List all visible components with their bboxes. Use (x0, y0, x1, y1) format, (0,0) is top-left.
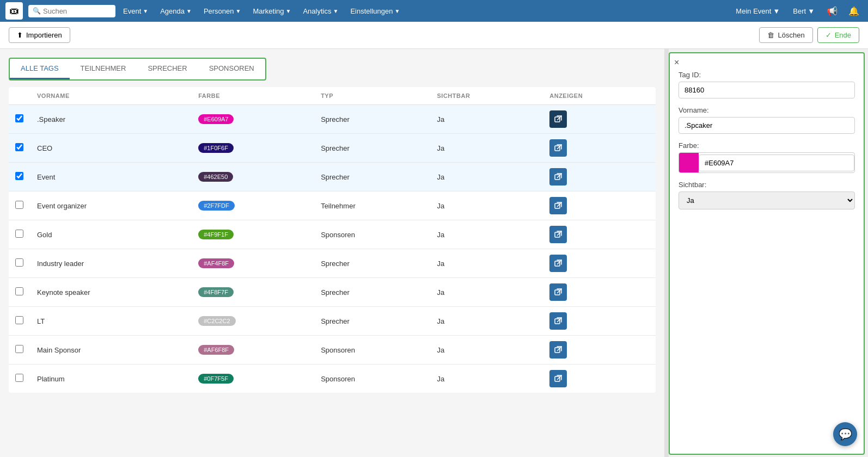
row-checkbox[interactable] (15, 287, 23, 295)
row-farbe: #E609A7 (192, 105, 314, 134)
search-input[interactable] (43, 7, 108, 15)
row-sichtbar: Ja (431, 278, 543, 307)
row-checkbox-cell (9, 105, 30, 134)
row-typ: Sprecher (314, 163, 430, 192)
row-anzeigen (543, 220, 656, 249)
row-checkbox[interactable] (15, 345, 23, 353)
row-farbe: #AF6F8F (192, 336, 314, 365)
row-anzeigen (543, 307, 656, 336)
external-link-icon (554, 260, 562, 267)
col-checkbox (9, 87, 30, 105)
sichtbar-select[interactable]: JaNein (678, 192, 855, 209)
color-swatch (679, 153, 699, 172)
table-row: Gold #4F9F1F Sponsoren Ja (9, 220, 656, 249)
nav-einstellungen[interactable]: Einstellungen ▼ (345, 4, 405, 18)
external-link-button[interactable] (549, 283, 567, 301)
row-vorname: Industry leader (30, 249, 192, 278)
tab-sponsoren[interactable]: SPONSOREN (198, 59, 265, 79)
color-input-row (678, 152, 855, 173)
sichtbar-label: Sichtbar: (678, 181, 855, 189)
tab-alle-tags[interactable]: ALLE TAGS (10, 59, 70, 79)
row-checkbox[interactable] (15, 172, 23, 180)
external-link-icon (554, 375, 562, 382)
row-farbe: #1F0F6F (192, 134, 314, 163)
external-link-button[interactable] (549, 110, 567, 128)
row-sichtbar: Ja (431, 249, 543, 278)
row-typ: Sprecher (314, 278, 430, 307)
table-row: Event #462E50 Sprecher Ja (9, 163, 656, 192)
col-vorname: VORNAME (30, 87, 192, 105)
vorname-label: Vorname: (678, 106, 855, 114)
delete-button[interactable]: 🗑 Löschen (759, 27, 812, 43)
row-farbe: #4F9F1F (192, 220, 314, 249)
farbe-input[interactable] (699, 155, 854, 171)
nav-personen[interactable]: Personen ▼ (198, 4, 247, 18)
external-link-button[interactable] (549, 168, 567, 186)
tag-id-input[interactable] (678, 82, 855, 98)
row-anzeigen (543, 105, 656, 134)
vorname-input[interactable] (678, 117, 855, 134)
row-typ: Sponsoren (314, 365, 430, 393)
row-farbe: #2F7FDF (192, 192, 314, 220)
row-anzeigen (543, 278, 656, 307)
external-link-button[interactable] (549, 312, 567, 330)
row-checkbox[interactable] (15, 316, 23, 324)
nav-agenda[interactable]: Agenda ▼ (155, 4, 197, 18)
row-sichtbar: Ja (431, 105, 543, 134)
table-row: Event organizer #2F7FDF Teilnehmer Ja (9, 192, 656, 220)
tab-sprecher[interactable]: SPRECHER (137, 59, 198, 79)
chevron-down-icon: ▼ (186, 8, 192, 14)
row-checkbox[interactable] (15, 230, 23, 238)
nav-event[interactable]: Event ▼ (118, 4, 154, 18)
tags-table: VORNAME FARBE TYP SICHTBAR ANZEIGEN .Spe… (9, 87, 656, 393)
external-link-icon (554, 173, 562, 181)
row-checkbox-cell (9, 192, 30, 220)
row-farbe: #462E50 (192, 163, 314, 192)
row-vorname: CEO (30, 134, 192, 163)
nav-bert[interactable]: Bert ▼ (788, 5, 819, 17)
nav-marketing[interactable]: Marketing ▼ (247, 4, 296, 18)
bell-icon[interactable]: 🔔 (845, 4, 863, 18)
external-link-button[interactable] (549, 255, 567, 272)
row-checkbox[interactable] (15, 374, 23, 382)
external-link-icon (554, 288, 562, 296)
chat-icon: 💬 (839, 428, 852, 441)
row-anzeigen (543, 134, 656, 163)
end-button[interactable]: ✓ Ende (817, 27, 859, 43)
row-anzeigen (543, 365, 656, 393)
tab-teilnehmer[interactable]: TEILNEHMER (70, 59, 137, 79)
row-checkbox[interactable] (15, 114, 23, 122)
external-link-button[interactable] (549, 226, 567, 243)
chat-bubble[interactable]: 💬 (833, 422, 857, 446)
chevron-down-icon: ▼ (236, 8, 241, 14)
row-vorname: Event organizer (30, 192, 192, 220)
row-typ: Sprecher (314, 134, 430, 163)
nav-analytics[interactable]: Analytics ▼ (297, 4, 344, 18)
external-link-button[interactable] (549, 341, 567, 359)
row-checkbox[interactable] (15, 258, 23, 267)
external-link-button[interactable] (549, 197, 567, 214)
row-checkbox[interactable] (15, 143, 23, 151)
external-link-icon (554, 144, 562, 152)
row-farbe: #4F8F7F (192, 278, 314, 307)
row-checkbox-cell (9, 307, 30, 336)
table-row: .Speaker #E609A7 Sprecher Ja (9, 105, 656, 134)
row-anzeigen (543, 336, 656, 365)
external-link-button[interactable] (549, 370, 567, 387)
nav-mein-event[interactable]: Mein Event ▼ (731, 5, 784, 17)
left-panel: ALLE TAGS TEILNEHMER SPRECHER SPONSOREN … (0, 49, 664, 457)
external-link-button[interactable] (549, 139, 567, 157)
col-sichtbar: SICHTBAR (431, 87, 543, 105)
import-button[interactable]: ⬆ Importieren (9, 27, 70, 43)
search-container: 🔍 (28, 5, 115, 17)
top-nav: 🎟 🔍 Event ▼ Agenda ▼ Personen ▼ Marketin… (0, 0, 868, 22)
row-farbe: #C2C2C2 (192, 307, 314, 336)
row-sichtbar: Ja (431, 365, 543, 393)
table-row: Industry leader #AF4F8F Sprecher Ja (9, 249, 656, 278)
megaphone-icon[interactable]: 📢 (823, 4, 841, 18)
row-checkbox[interactable] (15, 201, 23, 209)
close-button[interactable]: × (674, 58, 679, 67)
col-typ: TYP (314, 87, 430, 105)
row-checkbox-cell (9, 336, 30, 365)
tabs-container: ALLE TAGS TEILNEHMER SPRECHER SPONSOREN (9, 58, 266, 81)
